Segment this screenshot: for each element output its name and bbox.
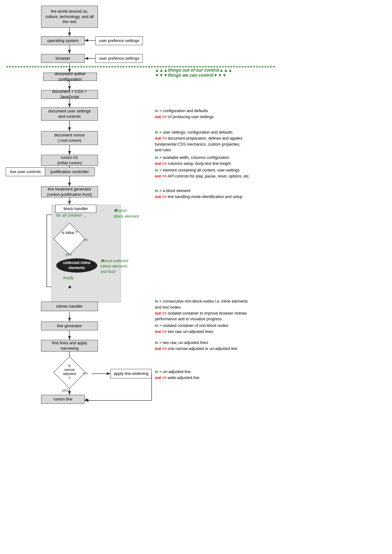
annotation-runion-01: in > available width, columns configurat… bbox=[155, 155, 231, 167]
is-inline-label: is inline ? bbox=[61, 231, 78, 235]
line-generator-label: line generator bbox=[57, 323, 82, 329]
os-box: operating system bbox=[41, 36, 85, 45]
doc-author-box: document author configuration bbox=[43, 73, 97, 81]
annotation-justification: in > element containing all content, use… bbox=[155, 167, 250, 179]
is-inline-diamond-wrap: is inline ? bbox=[58, 227, 81, 250]
send-block-label: ❷sendblock element bbox=[114, 208, 139, 219]
runion-01-box: runion-01 (initial runion) bbox=[41, 155, 98, 166]
merge-dot bbox=[85, 399, 88, 401]
yes-inline-label: yes bbox=[65, 252, 72, 256]
live-user-controls-label: live user controls bbox=[10, 169, 41, 175]
doc-runion-label: document runion (:root runion) bbox=[54, 133, 85, 143]
diagram-area: the world around us, culture, technology… bbox=[0, 0, 392, 554]
apply-widening-label: apply line widening bbox=[114, 371, 148, 376]
world-label: the world around us, culture, technology… bbox=[44, 9, 95, 25]
browser-prefs-box: user prefence settings bbox=[95, 54, 143, 63]
justification-box: justification controller bbox=[45, 167, 95, 176]
doc-author-label: document author configuration bbox=[46, 71, 94, 82]
for-all-children-label: for all children ... bbox=[56, 213, 86, 218]
os-prefs-box: user prefence settings bbox=[95, 36, 143, 45]
line-treatment-label: line treatment generator (runion-justifi… bbox=[47, 187, 92, 197]
annotation-inlines-handler: in > consecutive non-block-nodes i.e. in… bbox=[155, 298, 248, 322]
doc-css-js-box: document + CSS + JavaScript bbox=[41, 90, 98, 99]
is-narrow-diamond-wrap: isnarrowadjusted? bbox=[58, 361, 81, 386]
annotation-find-lines: in > two raw, un-adjusted lines out => o… bbox=[155, 340, 237, 352]
annotation-is-narrow: in > un-adjusted line out => wide-adjust… bbox=[155, 369, 199, 381]
collected-inline-ellipse: collected inline elements bbox=[56, 258, 97, 273]
annotation-line-treatment: in > a block element out => line handlin… bbox=[155, 188, 242, 200]
inlines-handler-box: inlines handler bbox=[41, 302, 98, 311]
find-lines-box: find lines and apply narrowing bbox=[41, 340, 98, 352]
browser-label: browser bbox=[56, 56, 70, 61]
block-handler-box: block handler bbox=[55, 205, 96, 213]
gray-region bbox=[51, 205, 121, 303]
doc-user-settings-box: document user settings and controls bbox=[41, 107, 98, 121]
yes-narrow-label: yes bbox=[62, 388, 68, 393]
browser-prefs-label: user prefence settings bbox=[99, 56, 139, 61]
dashed-line-top bbox=[6, 66, 275, 67]
live-user-controls-box: live user controls bbox=[6, 167, 45, 176]
browser-box: browser bbox=[41, 54, 85, 63]
send-inlines-label: ❶send collectedinlines elementsand flush bbox=[100, 258, 128, 274]
annotation-line-generator: in > isolated container of non-block nod… bbox=[155, 323, 228, 335]
finally-dot bbox=[69, 286, 71, 288]
line-treatment-box: line treatment generator (runion-justifi… bbox=[41, 186, 98, 197]
inlines-handler-label: inlines handler bbox=[56, 304, 83, 309]
line-generator-box: line generator bbox=[41, 322, 98, 330]
doc-user-settings-label: document user settings and controls bbox=[48, 109, 91, 119]
runion-01-label: runion-01 (initial runion) bbox=[57, 155, 82, 166]
things-in-label: ▼▼▼things we can control▼▼▼ bbox=[155, 73, 226, 78]
block-handler-label: block handler bbox=[63, 206, 88, 212]
os-prefs-label: user prefence settings bbox=[99, 38, 139, 44]
os-label: operating system bbox=[47, 38, 79, 44]
justification-label: justification controller bbox=[51, 169, 89, 175]
runion-line-label: runion line bbox=[53, 397, 72, 402]
doc-runion-box: document runion (:root runion) bbox=[41, 131, 98, 145]
annotation-doc-user-settings: in > configuration and defaults out => U… bbox=[155, 108, 214, 120]
things-out-label: ▲▲▲things out of our control▲▲▲ bbox=[155, 68, 232, 73]
find-lines-label: find lines and apply narrowing bbox=[52, 340, 87, 351]
apply-widening-box: apply line widening bbox=[111, 369, 152, 378]
no-inline-label: no bbox=[83, 237, 87, 242]
world-box: the world around us, culture, technology… bbox=[41, 6, 98, 28]
finally-label: finally bbox=[63, 275, 74, 280]
runion-line-box: runion line bbox=[41, 395, 85, 404]
no-narrow-label: no bbox=[83, 371, 87, 376]
is-narrow-label: isnarrowadjusted? bbox=[59, 364, 80, 380]
annotation-doc-runion: in > user settings, configuration and de… bbox=[155, 129, 242, 153]
doc-css-js-label: document + CSS + JavaScript bbox=[44, 89, 95, 100]
